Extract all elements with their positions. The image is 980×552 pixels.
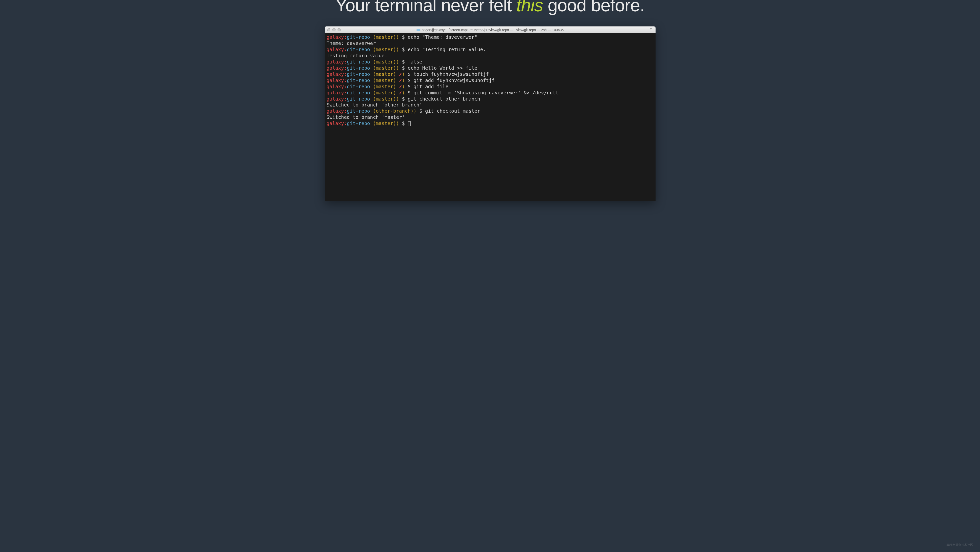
prompt-symbol: $ [416, 108, 425, 114]
close-button[interactable] [327, 28, 330, 31]
prompt-path: git-repo [347, 65, 373, 71]
prompt-symbol: $ [399, 47, 408, 53]
prompt-branch: (master)) [373, 65, 399, 71]
prompt-branch: (master)) [373, 121, 399, 126]
prompt-branch: (master)) [373, 96, 399, 102]
command-text: echo "Theme: daveverwer" [408, 34, 477, 40]
window-titlebar[interactable]: sagan@galaxy: ~/screen-capture-theme/pre… [325, 26, 655, 34]
prompt-host: galaxy: [327, 59, 347, 65]
folder-icon [416, 29, 420, 31]
dirty-marker-icon: ✗ [399, 84, 402, 89]
prompt-symbol: $ [405, 78, 414, 83]
prompt-symbol: $ [399, 65, 408, 71]
prompt-path: git-repo [347, 84, 373, 89]
prompt-path: git-repo [347, 108, 373, 114]
prompt-branch: (master)) [373, 47, 399, 53]
prompt-branch-close: ) [402, 72, 405, 77]
terminal-body[interactable]: galaxy:git-repo (master)) $ echo "Theme:… [325, 34, 655, 201]
dirty-marker-icon: ✗ [399, 72, 402, 77]
prompt-path: git-repo [347, 78, 373, 83]
command-text: git checkout other-branch [408, 96, 480, 102]
prompt-path: git-repo [347, 47, 373, 53]
watermark: @稀土掘金技术社区 [947, 543, 973, 547]
dirty-marker-icon: ✗ [399, 78, 402, 83]
terminal-window: sagan@galaxy: ~/screen-capture-theme/pre… [325, 26, 655, 201]
prompt-host: galaxy: [327, 96, 347, 102]
prompt-host: galaxy: [327, 121, 347, 126]
terminal-prompt-line: galaxy:git-repo (master) ✗) $ touch fuyh… [327, 72, 654, 78]
prompt-branch: (master) [373, 72, 399, 77]
prompt-host: galaxy: [327, 108, 347, 114]
prompt-path: git-repo [347, 121, 373, 126]
terminal-prompt-line: galaxy:git-repo (other-branch)) $ git ch… [327, 108, 654, 115]
prompt-host: galaxy: [327, 84, 347, 89]
prompt-branch-close: ) [402, 78, 405, 83]
traffic-lights [327, 28, 341, 31]
terminal-prompt-line: galaxy:git-repo (master)) $ git checkout… [327, 96, 654, 102]
terminal-output-line: Switched to branch 'master' [327, 115, 654, 121]
terminal-output-line: Testing return value. [327, 53, 654, 59]
prompt-branch: (master)) [373, 34, 399, 40]
prompt-host: galaxy: [327, 34, 347, 40]
prompt-path: git-repo [347, 59, 373, 65]
prompt-host: galaxy: [327, 78, 347, 83]
terminal-output-line: Switched to branch 'other-branch' [327, 102, 654, 108]
page-headline: Your terminal never felt this good befor… [335, 0, 644, 15]
prompt-branch: (other-branch)) [373, 108, 416, 114]
headline-before: Your terminal never felt [335, 0, 516, 15]
prompt-branch: (master) [373, 90, 399, 96]
prompt-symbol: $ [399, 96, 408, 102]
terminal-prompt-line: galaxy:git-repo (master)) $ echo Hello W… [327, 65, 654, 72]
prompt-branch-close: ) [402, 84, 405, 89]
prompt-branch: (master)) [373, 59, 399, 65]
command-text: git checkout master [425, 108, 480, 114]
command-text: false [408, 59, 422, 65]
command-text: echo "Testing return value." [408, 47, 489, 53]
prompt-branch: (master) [373, 84, 399, 89]
terminal-prompt-line: galaxy:git-repo (master) ✗) $ git add fi… [327, 84, 654, 90]
prompt-branch-close: ) [402, 90, 405, 96]
command-text: git add fuyhxhvcwjswsuhoftjf [414, 78, 495, 83]
expand-icon[interactable] [650, 28, 654, 32]
zoom-button[interactable] [337, 28, 341, 31]
window-title-text: sagan@galaxy: ~/screen-capture-theme/pre… [422, 28, 564, 32]
prompt-symbol: $ [405, 84, 414, 89]
output-text: Switched to branch 'other-branch' [327, 102, 422, 108]
window-title: sagan@galaxy: ~/screen-capture-theme/pre… [416, 28, 564, 32]
terminal-prompt-line: galaxy:git-repo (master) ✗) $ git add fu… [327, 78, 654, 84]
output-text: Theme: daveverwer [327, 40, 376, 46]
output-text: Switched to branch 'master' [327, 115, 405, 120]
prompt-symbol: $ [405, 90, 414, 96]
command-text: git add file [414, 84, 449, 89]
prompt-symbol: $ [405, 72, 414, 77]
output-text: Testing return value. [327, 53, 388, 59]
command-text: git commit -m 'Showcasing daveverwer' &>… [414, 90, 558, 96]
terminal-prompt-line: galaxy:git-repo (master)) $ [327, 121, 654, 127]
terminal-output-line: Theme: daveverwer [327, 40, 654, 47]
prompt-path: git-repo [347, 72, 373, 77]
prompt-host: galaxy: [327, 47, 347, 53]
headline-emphasis: this [516, 0, 543, 15]
dirty-marker-icon: ✗ [399, 90, 402, 96]
prompt-path: git-repo [347, 34, 373, 40]
prompt-host: galaxy: [327, 72, 347, 77]
terminal-prompt-line: galaxy:git-repo (master)) $ false [327, 59, 654, 65]
terminal-prompt-line: galaxy:git-repo (master) ✗) $ git commit… [327, 90, 654, 96]
prompt-path: git-repo [347, 90, 373, 96]
prompt-branch: (master) [373, 78, 399, 83]
prompt-host: galaxy: [327, 65, 347, 71]
headline-after: good before. [543, 0, 644, 15]
command-text: touch fuyhxhvcwjswsuhoftjf [414, 72, 489, 77]
prompt-host: galaxy: [327, 90, 347, 96]
prompt-path: git-repo [347, 96, 373, 102]
terminal-prompt-line: galaxy:git-repo (master)) $ echo "Theme:… [327, 34, 654, 40]
prompt-symbol: $ [399, 59, 408, 65]
prompt-symbol: $ [399, 121, 408, 126]
terminal-prompt-line: galaxy:git-repo (master)) $ echo "Testin… [327, 47, 654, 53]
cursor-icon [408, 121, 410, 126]
prompt-symbol: $ [399, 34, 408, 40]
minimize-button[interactable] [332, 28, 336, 31]
command-text: echo Hello World >> file [408, 65, 477, 71]
